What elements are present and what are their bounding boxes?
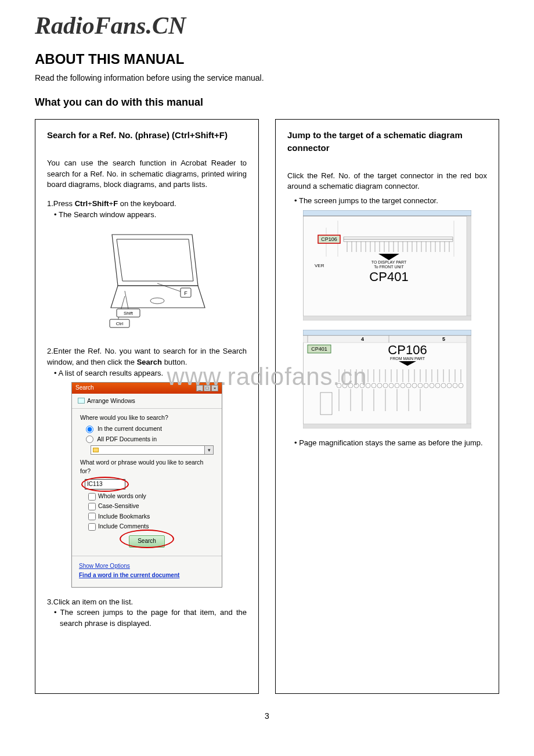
- search-window: Search _□× Arrange Windows Where would y…: [71, 382, 222, 587]
- chk-include-comments[interactable]: Include Comments: [80, 522, 214, 531]
- window-buttons: _□×: [196, 384, 218, 393]
- section-heading: What you can do with this manual: [35, 96, 499, 109]
- chk-whole-words[interactable]: Whole words only: [80, 492, 214, 501]
- to-display-part: TO DISPLAY PART: [371, 260, 407, 264]
- right-bullet2: Page magnification stays the same as bef…: [287, 438, 487, 449]
- search-phrase-input[interactable]: IC113: [85, 479, 125, 489]
- search-input-highlight: IC113: [80, 478, 214, 491]
- svg-rect-46: [303, 336, 471, 343]
- chk-case-input[interactable]: [88, 503, 96, 510]
- svg-line-4: [157, 283, 181, 291]
- cp106-big: CP106: [388, 343, 427, 357]
- key-ctrl-label: Ctrl: [116, 321, 124, 326]
- step1-bullet: The Search window appears.: [47, 210, 247, 221]
- step2: 2.Enter the Ref. No. you want to search …: [47, 346, 247, 368]
- search-button-row: Search: [80, 532, 214, 553]
- right-para1: Click the Ref. No. of the target connect…: [287, 171, 487, 193]
- cp106-link[interactable]: CP106: [321, 236, 337, 242]
- chk-comments-input[interactable]: [88, 523, 96, 531]
- step3-bullet: The screen jumps to the page for that it…: [47, 607, 247, 629]
- watermark-top: RadioFans.CN: [35, 12, 499, 39]
- schematic-figure-bottom: 4 5 CP401 CP106 FROM MAIN PART: [303, 330, 471, 432]
- chk-comments-label: Include Comments: [98, 523, 149, 530]
- intro-text: Read the following information before us…: [35, 73, 499, 82]
- minimize-icon[interactable]: _: [196, 385, 203, 391]
- maximize-icon[interactable]: □: [204, 385, 211, 391]
- to-front-unit: To FRONT UNIT: [374, 265, 404, 269]
- svg-rect-10: [303, 210, 471, 216]
- chk-bookmarks-input[interactable]: [88, 513, 96, 520]
- right-bullet1: The screen jumps to the target connector…: [287, 196, 487, 207]
- page-title: ABOUT THIS MANUAL: [35, 51, 499, 67]
- step1: 1.Press Ctrl+Shift+F on the keyboard.: [47, 199, 247, 210]
- chk-bookmarks-label: Include Bookmarks: [98, 513, 150, 520]
- phrase-question: What word or phrase would you like to se…: [80, 458, 214, 476]
- chk-whole-words-label: Whole words only: [98, 492, 146, 499]
- cp401-big: CP401: [369, 269, 408, 284]
- ver-label: VER: [315, 263, 324, 268]
- arrange-windows-icon: [78, 398, 85, 404]
- step2-bullet: A list of search results appears.: [47, 368, 247, 379]
- key-f-label: F: [184, 290, 187, 296]
- from-main-part: FROM MAIN PART: [390, 357, 425, 361]
- chk-case-label: Case-Sensitive: [98, 502, 139, 509]
- svg-line-5: [125, 291, 128, 309]
- search-button[interactable]: Search: [129, 535, 165, 548]
- laptop-icon: F Shift Ctrl: [83, 228, 211, 332]
- show-more-options-link[interactable]: Show More Options: [79, 562, 215, 571]
- chevron-down-icon[interactable]: ▾: [205, 445, 214, 455]
- radio-all-pdf[interactable]: All PDF Documents in: [80, 435, 214, 444]
- arrange-windows-row[interactable]: Arrange Windows: [72, 394, 222, 409]
- ruler-5: 5: [442, 336, 445, 342]
- radio-all-pdf-label: All PDF Documents in: [97, 435, 157, 442]
- chk-include-bookmarks[interactable]: Include Bookmarks: [80, 512, 214, 521]
- svg-point-3: [150, 298, 164, 304]
- right-heading: Jump to the target of a schematic diagra…: [287, 129, 487, 154]
- svg-rect-44: [303, 330, 471, 336]
- radio-current-doc-input[interactable]: [86, 426, 93, 433]
- find-word-link[interactable]: Find a word in the current document: [79, 571, 215, 580]
- chk-whole-words-input[interactable]: [88, 493, 96, 501]
- search-links: Show More Options Find a word in the cur…: [72, 556, 222, 587]
- schematic-figure-top: CP106 VER TO DISPLAY PART To FRONT UNIT …: [303, 210, 471, 324]
- svg-rect-104: [467, 336, 471, 429]
- close-icon[interactable]: ×: [211, 385, 218, 391]
- arrange-windows-label: Arrange Windows: [87, 397, 135, 405]
- search-title: Search: [75, 384, 94, 393]
- svg-rect-105: [303, 424, 471, 429]
- cp401-small[interactable]: CP401: [311, 346, 327, 352]
- right-column: Jump to the target of a schematic diagra…: [275, 119, 499, 694]
- svg-rect-42: [467, 216, 471, 321]
- where-question: Where would you like to search?: [80, 413, 214, 422]
- ruler-4: 4: [361, 336, 364, 342]
- radio-current-doc[interactable]: In the current document: [80, 424, 214, 433]
- page-number: 3: [35, 711, 499, 721]
- svg-marker-1: [117, 239, 193, 281]
- radio-all-pdf-input[interactable]: [86, 435, 93, 443]
- pdf-location-dropdown[interactable]: ▾: [91, 445, 214, 455]
- left-heading: Search for a Ref. No. (phrase) (Ctrl+Shi…: [47, 129, 247, 142]
- svg-rect-43: [303, 316, 471, 321]
- chk-case-sensitive[interactable]: Case-Sensitive: [80, 502, 214, 510]
- key-shift-label: Shift: [124, 311, 134, 316]
- left-para1: You can use the search function in Acrob…: [47, 158, 247, 191]
- radio-current-doc-label: In the current document: [98, 425, 162, 432]
- step3: 3.Click an item on the list.: [47, 597, 247, 608]
- left-column: Search for a Ref. No. (phrase) (Ctrl+Shi…: [35, 119, 259, 694]
- folder-icon: [93, 448, 99, 452]
- search-titlebar: Search _□×: [72, 383, 222, 394]
- svg-marker-0: [112, 235, 198, 286]
- laptop-figure: F Shift Ctrl: [47, 228, 247, 336]
- two-column-layout: www.radiofans.cn Search for a Ref. No. (…: [35, 119, 499, 694]
